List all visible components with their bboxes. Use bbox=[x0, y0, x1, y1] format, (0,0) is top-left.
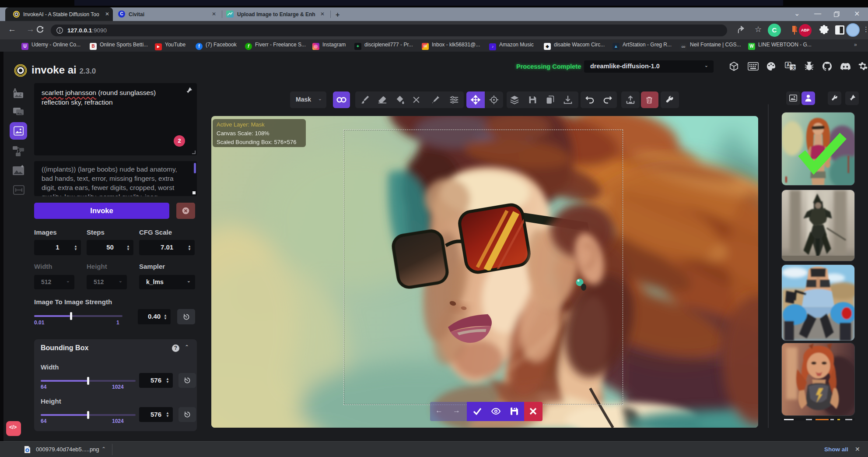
svg-text:A: A bbox=[787, 63, 790, 67]
svg-text:文: 文 bbox=[791, 65, 796, 70]
